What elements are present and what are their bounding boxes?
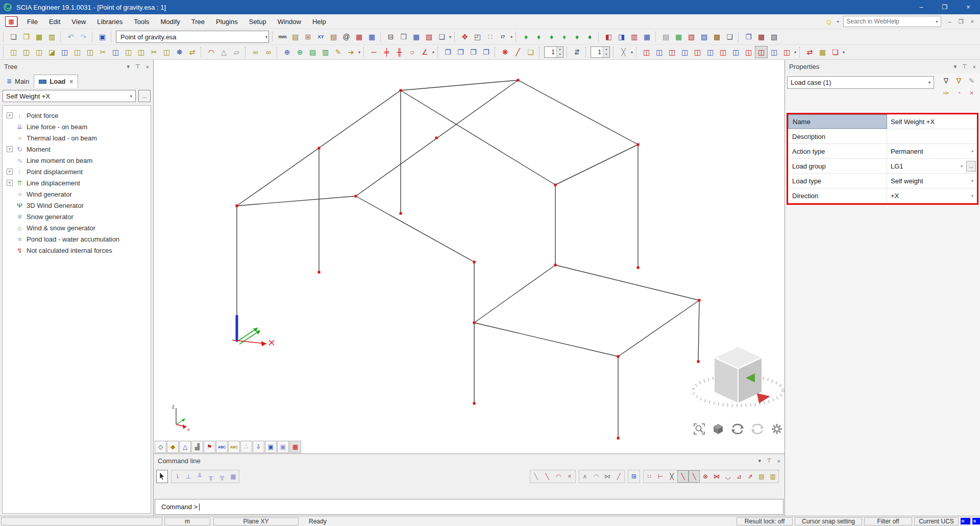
snap-vertex-icon[interactable]: ∧: [579, 470, 591, 483]
mdi-close-button[interactable]: ×: [971, 18, 974, 25]
save-as-icon[interactable]: ▥: [45, 31, 58, 43]
snap-grid-icon[interactable]: ∷: [644, 470, 655, 483]
command-collapse-icon[interactable]: ▾: [758, 458, 761, 464]
member-4-icon[interactable]: ◪: [45, 46, 58, 58]
snap-endpoint-icon[interactable]: ╲: [530, 470, 542, 483]
menu-item-tools[interactable]: Tools: [128, 14, 155, 29]
structural-node[interactable]: [318, 271, 321, 274]
project-data-icon[interactable]: ▣: [96, 31, 109, 43]
snap-cross-icon[interactable]: ⋈: [602, 470, 613, 483]
member-star-icon[interactable]: ❋: [173, 46, 186, 58]
tree-item[interactable]: ∿Line moment on beam: [3, 155, 151, 166]
snap-center-icon[interactable]: ⊗: [700, 470, 711, 483]
structural-node[interactable]: [554, 184, 557, 186]
line-load-4-mode-icon[interactable]: ╦: [216, 470, 228, 483]
structural-node[interactable]: [400, 212, 402, 215]
structural-node[interactable]: [400, 89, 402, 92]
dim-bracket-icon[interactable]: ╫: [393, 46, 406, 58]
layer-green-icon[interactable]: ▦: [672, 31, 685, 43]
menu-item-help[interactable]: Help: [307, 14, 332, 29]
scale-icon[interactable]: ⇵: [571, 46, 583, 58]
orbit-icon[interactable]: [731, 423, 744, 435]
menu-item-window[interactable]: Window: [272, 14, 307, 29]
snap-none-icon[interactable]: ╳: [666, 470, 677, 483]
snap-tangent-2-icon[interactable]: ◡: [722, 470, 733, 483]
snap-end-icon[interactable]: ╲: [677, 470, 689, 483]
print-table-icon[interactable]: ▦: [410, 31, 423, 43]
rendered-view-icon[interactable]: ◆: [167, 441, 179, 453]
sheet-yellow-icon[interactable]: ❏: [524, 46, 537, 58]
select-cursor-button[interactable]: [156, 470, 168, 483]
tree-item[interactable]: +↓Point force: [3, 110, 151, 121]
show-list-icon[interactable]: ⇩: [253, 441, 264, 453]
webhelp-search-input[interactable]: [844, 18, 936, 25]
section-info-icon[interactable]: I?: [497, 31, 509, 43]
structural-node[interactable]: [473, 402, 476, 405]
load-drop-1-icon[interactable]: ♦: [520, 31, 532, 43]
feedback-smiley-icon[interactable]: ☺: [825, 17, 832, 26]
pie-icon[interactable]: ◔: [952, 87, 965, 99]
property-value[interactable]: Self Weight +X: [887, 114, 977, 129]
status-result-lock-off-cell[interactable]: Result lock: off: [737, 517, 793, 525]
edit-icon[interactable]: ✎: [332, 46, 345, 58]
menu-item-edit[interactable]: Edit: [43, 14, 66, 29]
new-project-icon[interactable]: ❏: [7, 31, 20, 43]
tab-main[interactable]: ≣ Main: [2, 75, 34, 88]
tree-item[interactable]: ≈Pond load - water accumulation: [3, 233, 151, 245]
axo-group-more-icon[interactable]: ▾: [630, 50, 634, 55]
coordinates-icon[interactable]: XY: [314, 31, 327, 43]
property-value[interactable]: [887, 129, 977, 144]
menu-item-setup[interactable]: Setup: [243, 14, 272, 29]
mdi-minimize-button[interactable]: ‒: [948, 18, 951, 25]
orbit-light-icon[interactable]: [751, 423, 764, 435]
navigation-cube[interactable]: [674, 338, 785, 425]
member-1-icon[interactable]: ◫: [7, 46, 20, 58]
result-12-icon[interactable]: ◫: [780, 46, 793, 58]
load-drop-5-icon[interactable]: ♦: [571, 31, 583, 43]
tree-item[interactable]: ≈Thermal load - on beam: [3, 132, 151, 144]
snap-table-2-icon[interactable]: ▥: [767, 470, 778, 483]
structural-node[interactable]: [435, 137, 438, 139]
layers-icon[interactable]: ▤: [289, 31, 302, 43]
property-more-button[interactable]: ...: [966, 161, 976, 172]
member-7-icon[interactable]: ◫: [84, 46, 96, 58]
load-case-combo[interactable]: Self Weight +X ▾: [3, 90, 136, 102]
properties-combo-arrow-icon[interactable]: ▾: [925, 80, 934, 85]
load-case-more-button[interactable]: ...: [138, 90, 151, 102]
snap-arc-icon[interactable]: ◠: [553, 470, 564, 483]
load-case-combo-arrow-icon[interactable]: ▾: [127, 94, 135, 99]
tree-item[interactable]: +⇈Line displacement: [3, 177, 151, 188]
member-3-icon[interactable]: ◫: [33, 46, 45, 58]
scale-spinner-2-arrows-icon[interactable]: ▲▼: [603, 47, 609, 57]
annotation-icon[interactable]: @: [340, 31, 353, 43]
load-drop-2-icon[interactable]: ♦: [532, 31, 545, 43]
clipboard-4-icon[interactable]: ❐: [480, 46, 493, 58]
tree-item[interactable]: ⇊Line force - on beam: [3, 121, 151, 132]
structural-node[interactable]: [698, 299, 701, 302]
smiley-dropdown-icon[interactable]: ▾: [837, 19, 839, 24]
structural-node[interactable]: [637, 267, 640, 269]
property-dropdown-icon[interactable]: ▾: [957, 159, 966, 173]
property-dropdown-icon[interactable]: ▾: [968, 188, 977, 203]
scale-spinner-1-arrows-icon[interactable]: ▲▼: [556, 47, 563, 57]
move-icon[interactable]: ➔: [345, 46, 357, 58]
member-cut-2-icon[interactable]: ✂: [148, 46, 160, 58]
table-input-icon[interactable]: ▦: [365, 31, 378, 43]
save-icon[interactable]: ▦: [33, 31, 45, 43]
property-dropdown-icon[interactable]: ▾: [968, 174, 977, 188]
result-9-icon[interactable]: ◫: [742, 46, 755, 58]
scale-spinner-2-down-icon[interactable]: ▼: [603, 52, 609, 57]
dim-line-icon[interactable]: ─: [368, 46, 380, 58]
property-value[interactable]: +X: [887, 188, 968, 203]
snap-segment-icon[interactable]: ╱: [613, 470, 624, 483]
pencil-icon[interactable]: ✎: [965, 75, 978, 87]
check-red-icon[interactable]: ◧: [602, 31, 615, 43]
end-group-more-icon[interactable]: ▾: [842, 50, 846, 55]
close-button[interactable]: ×: [957, 0, 980, 14]
table-results-icon[interactable]: ▦: [353, 31, 365, 43]
expand-plus-icon[interactable]: +: [7, 112, 13, 118]
units-icon[interactable]: mm: [276, 31, 289, 43]
clipboard-3-icon[interactable]: ❐: [467, 46, 480, 58]
menu-item-modify[interactable]: Modify: [155, 14, 186, 29]
activity-grid-icon[interactable]: ▦: [289, 441, 301, 453]
